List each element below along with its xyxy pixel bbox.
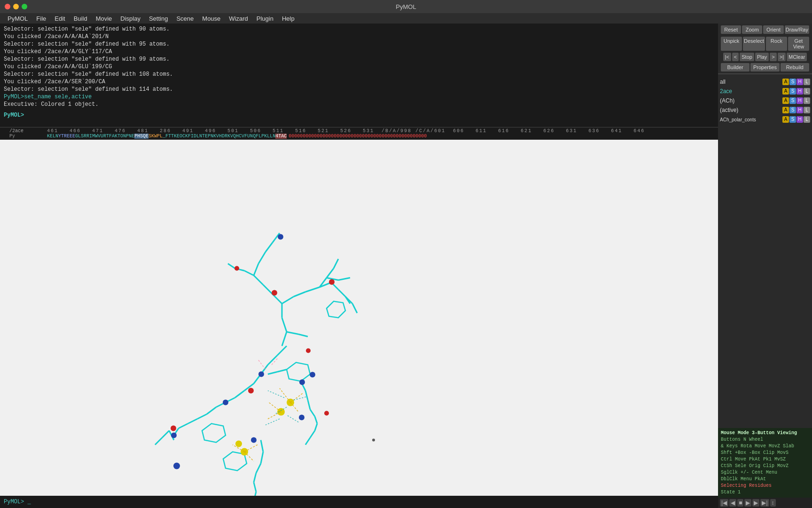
minimize-button[interactable] [13, 4, 19, 9]
playback-bar: |◀ ◀ ■ ▶ ▶ ▶| ↕ [718, 498, 812, 508]
bottom-bar[interactable]: PyMOL> _ [0, 496, 718, 508]
toolbar-row4: Builder Properties Rebuild [718, 62, 812, 72]
menu-build[interactable]: Build [70, 14, 91, 23]
console-bottom-prompt[interactable]: PyMOL> _ [4, 499, 31, 505]
obj-btn-A-2ace[interactable]: A [782, 88, 789, 95]
pb-play-button[interactable]: ▶ [744, 499, 751, 507]
reset-button[interactable]: Reset [721, 25, 741, 34]
menubar: PyMOL File Edit Build Movie Display Sett… [0, 13, 812, 24]
object-name-ach: (ACh) [720, 97, 782, 104]
svg-point-75 [329, 279, 335, 285]
properties-button[interactable]: Properties [750, 63, 779, 71]
stop-button[interactable]: Stop [740, 53, 754, 61]
pb-extra-button[interactable]: ↕ [770, 499, 776, 507]
right-panel: Reset Zoom Orient Draw/Ray Unpick Desele… [718, 24, 812, 508]
obj-btn-L-polar[interactable]: L [804, 116, 810, 123]
frame-end-button[interactable]: >| [778, 53, 786, 61]
obj-btn-S-polar[interactable]: S [789, 116, 796, 123]
mouse-info-panel: Mouse Mode 3-Button Viewing Buttons N Wh… [718, 428, 812, 498]
traffic-lights [5, 4, 27, 9]
builder-button[interactable]: Builder [721, 63, 750, 71]
svg-point-68 [223, 400, 228, 405]
obj-btn-H-polar[interactable]: H [796, 116, 803, 123]
sequence-ruler: /2ace 461 466 471 476 481 286 491 496 50… [0, 128, 718, 134]
svg-point-72 [173, 463, 180, 469]
menu-file[interactable]: File [32, 14, 50, 23]
obj-btn-H-ach[interactable]: H [796, 97, 803, 104]
svg-point-82 [324, 411, 329, 416]
selecting-label: Selecting Residues [721, 483, 809, 489]
mouse-info-line: Ctrl Move PkAt Pk1 MvSZ [721, 456, 809, 463]
getview-button[interactable]: Get View [788, 37, 809, 51]
svg-point-78 [171, 426, 176, 431]
console-line: Selector: selection "sele" defined with … [4, 56, 714, 63]
deselect-button[interactable]: Deselect [743, 37, 765, 51]
mclear-button[interactable]: MClear [787, 53, 807, 61]
pb-forward-button[interactable]: ▶ [752, 499, 759, 507]
sequence-data[interactable]: Py KELNYTREEEGLSRRIMWVURTFAKTONPNEPHSQES… [0, 134, 718, 139]
console-line: You clicked /2ace/A/A/GLY`117/CA [4, 48, 714, 56]
menu-help[interactable]: Help [278, 14, 298, 23]
mouse-info-line: DblClk Menu PkAt [721, 476, 809, 483]
object-row-polar[interactable]: ACh_polar_conts A S H L [718, 115, 812, 124]
menu-movie[interactable]: Movie [92, 14, 116, 23]
menu-setting[interactable]: Setting [145, 14, 172, 23]
drawray-button[interactable]: Draw/Ray [785, 25, 809, 34]
zoom-button[interactable]: Zoom [742, 25, 762, 34]
obj-btn-A-polar[interactable]: A [782, 116, 789, 123]
molecule-viewport[interactable] [0, 140, 718, 496]
obj-btn-L-active[interactable]: L [804, 107, 810, 113]
obj-btn-S-2ace[interactable]: S [789, 88, 796, 95]
obj-btn-S-active[interactable]: S [789, 107, 796, 113]
mouse-info-line: Buttons N Wheel [721, 437, 809, 443]
svg-point-71 [251, 437, 257, 443]
menu-display[interactable]: Display [117, 14, 144, 23]
toolbar-playback: |< < Stop Play > >| MClear [718, 52, 812, 62]
objects-list: all A S H L 2ace A S H L (ACh) A S H L [718, 75, 812, 428]
object-name-active: (active) [720, 107, 782, 113]
obj-btn-A-active[interactable]: A [782, 107, 789, 113]
frame-back-button[interactable]: < [732, 53, 739, 61]
obj-btn-L-ach[interactable]: L [804, 97, 810, 104]
object-row-active[interactable]: (active) A S H L [718, 105, 812, 115]
menu-wizard[interactable]: Wizard [225, 14, 251, 23]
object-row-2ace[interactable]: 2ace A S H L [718, 87, 812, 96]
obj-btn-H-2ace[interactable]: H [796, 88, 803, 95]
console-area: Selector: selection "sele" defined with … [0, 24, 718, 127]
object-row-ach[interactable]: (ACh) A S H L [718, 96, 812, 105]
maximize-button[interactable] [22, 4, 27, 9]
svg-point-79 [248, 388, 254, 394]
obj-btn-H-all[interactable]: H [796, 79, 803, 85]
unpick-button[interactable]: Unpick [721, 37, 742, 51]
pb-stop-button[interactable]: ■ [737, 499, 743, 507]
play-button[interactable]: Play [755, 53, 769, 61]
frame-start-button[interactable]: |< [723, 53, 731, 61]
obj-btn-S-ach[interactable]: S [789, 97, 796, 104]
object-row-all[interactable]: all A S H L [718, 77, 812, 87]
object-name-polar: ACh_polar_conts [720, 117, 782, 122]
svg-point-77 [234, 266, 239, 271]
toolbar-row1: Reset Zoom Orient Draw/Ray [718, 24, 812, 36]
obj-btn-H-active[interactable]: H [796, 107, 803, 113]
obj-btn-A-all[interactable]: A [782, 79, 789, 85]
obj-btn-L-all[interactable]: L [804, 79, 810, 85]
obj-btn-L-2ace[interactable]: L [804, 88, 810, 95]
orient-button[interactable]: Orient [763, 25, 783, 34]
obj-btn-A-ach[interactable]: A [782, 97, 789, 104]
svg-point-69 [299, 380, 305, 385]
svg-point-70 [299, 415, 304, 421]
menu-plugin[interactable]: Plugin [253, 14, 277, 23]
close-button[interactable] [5, 4, 10, 9]
menu-mouse[interactable]: Mouse [198, 14, 224, 23]
rebuild-button[interactable]: Rebuild [781, 63, 809, 71]
menu-edit[interactable]: Edit [51, 14, 69, 23]
pb-back-button[interactable]: ◀ [729, 499, 736, 507]
menu-scene[interactable]: Scene [172, 14, 197, 23]
menu-pymol[interactable]: PyMOL [4, 14, 31, 23]
obj-btn-S-all[interactable]: S [789, 79, 796, 85]
pb-start-button[interactable]: |◀ [720, 499, 728, 507]
viewport[interactable] [0, 140, 718, 496]
rock-button[interactable]: Rock [766, 37, 787, 51]
pb-end-button[interactable]: ▶| [760, 499, 769, 507]
frame-forward-button[interactable]: > [770, 53, 776, 61]
